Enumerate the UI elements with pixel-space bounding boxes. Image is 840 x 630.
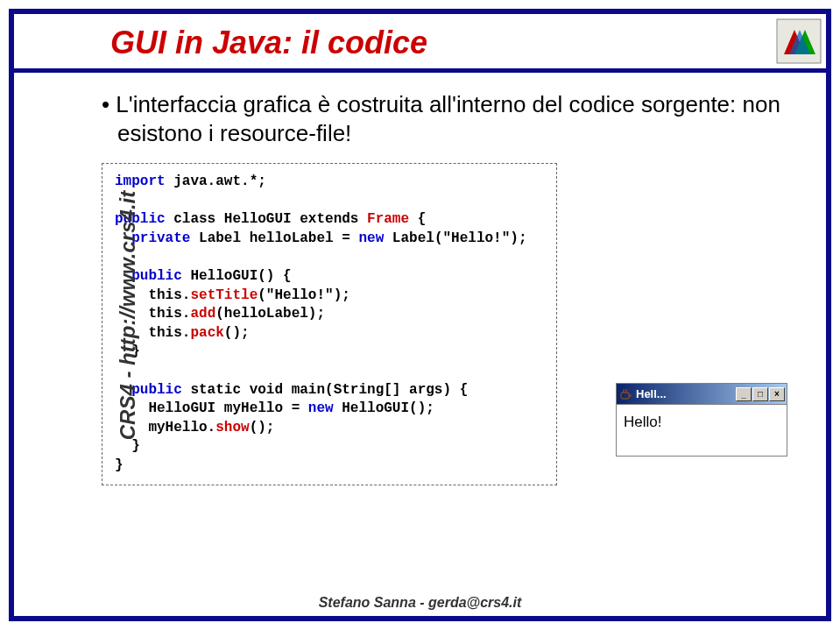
code-text: class HelloGUI extends	[166, 211, 367, 227]
code-text: Label("Hello!");	[384, 230, 526, 246]
code-text: HelloGUI() {	[182, 268, 292, 284]
code-text: ();	[224, 325, 250, 341]
code-class: Frame	[367, 211, 409, 227]
title-bar: GUI in Java: il codice	[14, 14, 826, 73]
code-text: HelloGUI myHello =	[115, 400, 308, 416]
java-icon	[618, 387, 632, 401]
code-text: Label helloLabel =	[190, 230, 358, 246]
code-keyword: new	[308, 400, 334, 416]
maximize-button[interactable]: □	[752, 387, 768, 401]
code-text: static void main(String[] args) {	[182, 382, 468, 398]
window-title: Hell...	[636, 387, 736, 400]
bullet-point: L'interfaccia grafica è costruita all'in…	[102, 90, 808, 147]
code-method: setTitle	[190, 287, 258, 303]
code-text: {	[409, 211, 426, 227]
code-text: ();	[250, 420, 275, 435]
minimize-button[interactable]: _	[736, 387, 752, 401]
code-text: }	[115, 438, 140, 454]
code-block: import java.awt.*; public class HelloGUI…	[102, 163, 557, 485]
window-titlebar[interactable]: Hell... _ □ ×	[616, 383, 787, 404]
code-method: pack	[190, 325, 223, 341]
code-text: ("Hello!");	[258, 287, 350, 303]
slide-title: GUI in Java: il codice	[110, 25, 808, 61]
close-button[interactable]: ×	[769, 387, 785, 401]
window-body: Hello!	[616, 404, 787, 457]
code-keyword: new	[358, 230, 384, 246]
code-text: java.awt.*;	[166, 173, 266, 189]
code-method: add	[190, 306, 215, 322]
slide-frame: GUI in Java: il codice L'interfaccia gra…	[9, 9, 831, 621]
code-method: show	[215, 420, 249, 435]
code-text: (helloLabel);	[215, 306, 325, 322]
demo-window: Hell... _ □ × Hello!	[616, 383, 787, 457]
code-text: HelloGUI();	[334, 400, 434, 416]
window-buttons: _ □ ×	[736, 387, 785, 401]
footer-credit: Stefano Sanna - gerda@crs4.it	[14, 595, 826, 611]
code-text: }	[115, 457, 124, 473]
sidebar-credit: CRS4 - http://www.crs4.it	[116, 190, 140, 439]
code-keyword: import	[115, 173, 166, 189]
